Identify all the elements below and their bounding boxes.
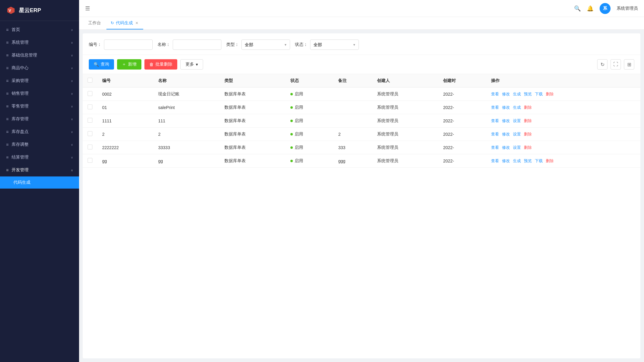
row-checkbox-0[interactable] <box>88 91 92 96</box>
sidebar-item-sales[interactable]: ≡ 销售管理 ∨ <box>0 87 79 100</box>
cell-status-2: 启用 <box>286 114 334 128</box>
nav-icon-settlement: ≡ <box>6 155 9 160</box>
nav-label-stock-check: 库存盘点 <box>12 129 29 135</box>
status-select[interactable]: 全部 启用 禁用 <box>310 39 359 50</box>
sidebar-item-product[interactable]: ≡ 商品中心 ∨ <box>0 62 79 74</box>
cell-created-at-0: 2022- <box>438 87 486 101</box>
sidebar-item-home[interactable]: ≡ 首页 ∨ <box>0 23 79 36</box>
action-修改-2[interactable]: 修改 <box>502 118 510 124</box>
refresh-button[interactable]: ↻ <box>597 59 608 70</box>
filter-type-label: 类型： <box>226 42 239 47</box>
action-删除-5[interactable]: 删除 <box>546 158 554 164</box>
sidebar-item-retail[interactable]: ≡ 零售管理 ∨ <box>0 100 79 113</box>
select-all-checkbox[interactable] <box>88 78 92 83</box>
action-查看-0[interactable]: 查看 <box>491 91 499 97</box>
sidebar-item-stock-adjust[interactable]: ≡ 库存调整 ∨ <box>0 138 79 151</box>
row-checkbox-2[interactable] <box>88 118 92 123</box>
action-查看-5[interactable]: 查看 <box>491 158 499 164</box>
user-name[interactable]: 系统管理员 <box>617 6 638 11</box>
action-下载-5[interactable]: 下载 <box>535 158 543 164</box>
cell-status-3: 启用 <box>286 128 334 141</box>
sidebar-item-inventory[interactable]: ≡ 库存管理 ∨ <box>0 113 79 125</box>
action-查看-3[interactable]: 查看 <box>491 131 499 137</box>
status-dot-2: 启用 <box>290 118 303 124</box>
sidebar-item-base-info[interactable]: ≡ 基础信息管理 ∨ <box>0 49 79 62</box>
action-删除-4[interactable]: 删除 <box>524 145 532 150</box>
tab-workbench[interactable]: 工作台 <box>84 17 105 29</box>
fullscreen-button[interactable]: ⛶ <box>611 59 621 70</box>
type-select-wrapper: 全部 数据库单表 <box>241 39 290 50</box>
tabs-bar: 工作台 ↻ 代码生成 ✕ <box>79 17 644 30</box>
sidebar-item-stock-check[interactable]: ≡ 库存盘点 ∨ <box>0 125 79 138</box>
row-checkbox-cell-2 <box>83 114 97 128</box>
action-查看-2[interactable]: 查看 <box>491 118 499 124</box>
actions-cell-0: 查看 修改 生成 预览 下载 删除 <box>491 91 635 97</box>
tab-codegen-close-icon[interactable]: ✕ <box>135 21 139 25</box>
action-预览-5[interactable]: 预览 <box>524 158 532 164</box>
row-checkbox-4[interactable] <box>88 145 92 149</box>
action-修改-5[interactable]: 修改 <box>502 158 510 164</box>
avatar[interactable]: 系 <box>600 3 611 14</box>
col-header-name: 名称 <box>153 74 219 87</box>
sidebar-item-purchase[interactable]: ≡ 采购管理 ∨ <box>0 74 79 87</box>
sidebar: V 星云ERP ≡ 首页 ∨ ≡ 系统管理 ∨ ≡ 基础信息管理 ∨ ≡ 商品中… <box>0 0 79 362</box>
cell-actions-4: 查看 修改 设置 删除 <box>486 141 640 154</box>
actions-cell-5: 查看 修改 生成 预览 下载 删除 <box>491 158 635 164</box>
logo-icon: V <box>6 5 16 15</box>
tab-codegen[interactable]: ↻ 代码生成 ✕ <box>106 17 143 29</box>
more-button[interactable]: 更多 ▾ <box>180 59 203 70</box>
nav-icon-retail: ≡ <box>6 104 9 109</box>
tab-workbench-label: 工作台 <box>88 20 101 26</box>
action-修改-3[interactable]: 修改 <box>502 131 510 137</box>
action-修改-0[interactable]: 修改 <box>502 91 510 97</box>
name-input[interactable] <box>173 39 221 50</box>
nav-icon-home: ≡ <box>6 27 9 32</box>
search-icon[interactable]: 🔍 <box>574 5 581 12</box>
action-删除-1[interactable]: 删除 <box>524 105 532 110</box>
add-button[interactable]: ＋ 新增 <box>117 59 141 70</box>
col-header-actions: 操作 <box>486 74 640 87</box>
cell-creator-5: 系统管理员 <box>372 154 438 168</box>
col-header-number: 编号 <box>97 74 153 87</box>
nav-arrow-product: ∨ <box>71 67 73 70</box>
sidebar-item-dev[interactable]: ≡ 开发管理 ∧ <box>0 164 79 176</box>
nav-label-purchase: 采购管理 <box>12 78 29 84</box>
sidebar-item-system[interactable]: ≡ 系统管理 ∨ <box>0 36 79 49</box>
action-生成-1[interactable]: 生成 <box>513 105 521 110</box>
actions-cell-4: 查看 修改 设置 删除 <box>491 145 635 150</box>
search-button[interactable]: 🔍 查询 <box>89 59 114 70</box>
row-checkbox-1[interactable] <box>88 104 92 109</box>
action-删除-2[interactable]: 删除 <box>524 118 532 124</box>
grid-view-button[interactable]: ⊞ <box>624 59 634 70</box>
action-查看-4[interactable]: 查看 <box>491 145 499 150</box>
header-right: 🔍 🔔 系 系统管理员 <box>574 3 638 14</box>
action-设置-2[interactable]: 设置 <box>513 118 521 124</box>
col-header-created-at: 创建时 <box>438 74 486 87</box>
bell-icon[interactable]: 🔔 <box>587 5 594 12</box>
menu-toggle-button[interactable]: ☰ <box>85 5 90 12</box>
sidebar-item-settlement[interactable]: ≡ 结算管理 ∨ <box>0 151 79 164</box>
action-设置-4[interactable]: 设置 <box>513 145 521 150</box>
action-查看-1[interactable]: 查看 <box>491 105 499 110</box>
action-修改-1[interactable]: 修改 <box>502 105 510 110</box>
row-checkbox-5[interactable] <box>88 158 92 163</box>
action-生成-0[interactable]: 生成 <box>513 91 521 97</box>
action-设置-3[interactable]: 设置 <box>513 131 521 137</box>
nav-label-retail: 零售管理 <box>12 104 29 109</box>
cell-name-4: 33333 <box>153 141 219 154</box>
sidebar-sub-item-codegen[interactable]: 代码生成 <box>0 176 79 189</box>
action-修改-4[interactable]: 修改 <box>502 145 510 150</box>
type-select[interactable]: 全部 数据库单表 <box>241 39 290 50</box>
nav-label-system: 系统管理 <box>12 40 29 45</box>
cell-number-1: 01 <box>97 101 153 114</box>
batch-delete-button[interactable]: 🗑 批量删除 <box>144 59 177 70</box>
number-input[interactable] <box>104 39 153 50</box>
action-删除-3[interactable]: 删除 <box>524 131 532 137</box>
action-下载-0[interactable]: 下载 <box>535 91 543 97</box>
action-预览-0[interactable]: 预览 <box>524 91 532 97</box>
tab-codegen-spin-icon: ↻ <box>111 21 114 25</box>
action-生成-5[interactable]: 生成 <box>513 158 521 164</box>
row-checkbox-cell-5 <box>83 154 97 168</box>
action-删除-0[interactable]: 删除 <box>546 91 554 97</box>
row-checkbox-3[interactable] <box>88 131 92 136</box>
